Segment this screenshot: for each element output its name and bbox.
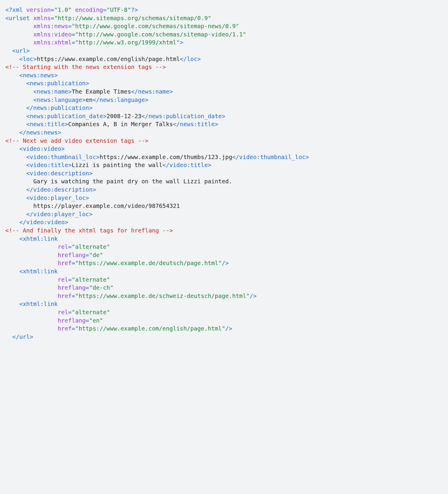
xml-code-block: <?xml version="1.0" encoding="UTF-8"?> <… — [5, 7, 309, 340]
